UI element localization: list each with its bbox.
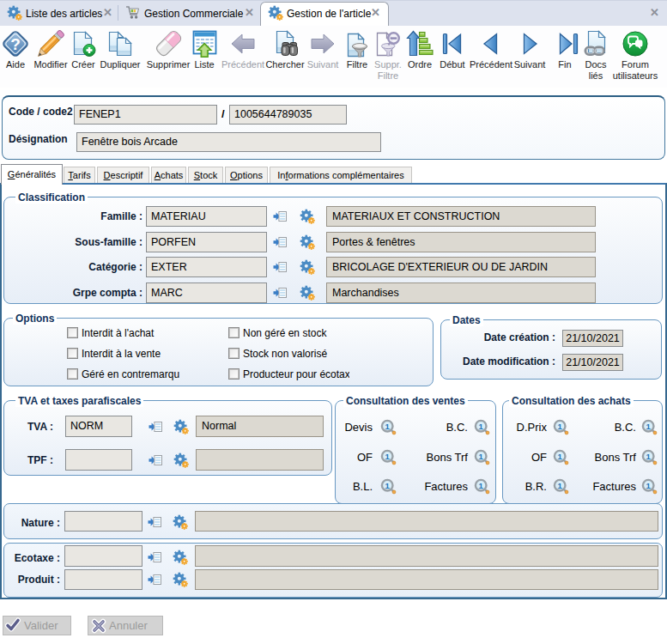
svg-text:?: ?	[10, 35, 21, 53]
